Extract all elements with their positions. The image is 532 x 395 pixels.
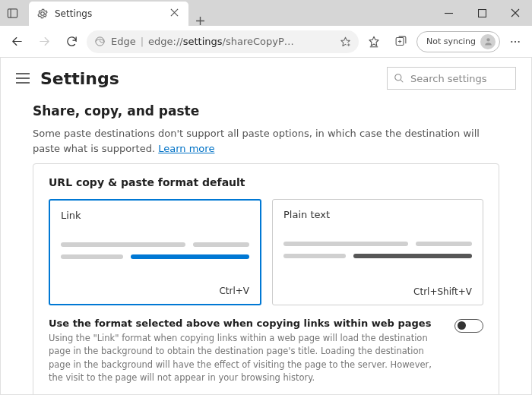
arrow-left-icon (11, 35, 24, 48)
section-title: Share, copy, and paste (33, 103, 499, 118)
preview-bars (61, 242, 249, 259)
address-prefix: Edge (111, 36, 136, 47)
copy-links-toggle[interactable] (454, 319, 483, 333)
menu-toggle-button[interactable] (16, 73, 30, 84)
minimize-icon (445, 9, 453, 17)
star-plus-icon (339, 36, 352, 49)
star-icon (367, 35, 381, 49)
back-button[interactable] (5, 30, 29, 54)
close-icon (170, 8, 179, 17)
option-label: Plain text (283, 209, 472, 220)
arrow-right-icon (38, 35, 51, 48)
ellipsis-icon (509, 36, 521, 48)
title-bar: Settings (0, 0, 532, 26)
close-window-button[interactable] (499, 0, 532, 26)
minimize-button[interactable] (432, 0, 465, 26)
menu-button[interactable] (503, 30, 527, 54)
new-tab-button[interactable] (188, 16, 211, 26)
settings-page: Settings Search settings Share, copy, an… (1, 58, 531, 394)
card-title: URL copy & paste format default (49, 176, 483, 188)
gear-icon (36, 8, 49, 20)
close-icon (511, 8, 520, 17)
maximize-icon (478, 9, 486, 17)
avatar-icon (480, 34, 496, 49)
page-header: Settings Search settings (1, 58, 531, 96)
option-shortcut: Ctrl+V (219, 286, 249, 296)
section-subtitle: Some paste destinations don't support al… (33, 126, 499, 156)
content: Share, copy, and paste Some paste destin… (1, 96, 531, 394)
tab-actions-icon (7, 8, 18, 19)
search-icon (394, 73, 404, 84)
svg-rect-0 (8, 8, 17, 17)
format-default-card: URL copy & paste format default Link Ctr… (33, 163, 499, 394)
format-options: Link Ctrl+V Plain text Ctrl+Shift+V (49, 199, 483, 305)
option-link[interactable]: Link Ctrl+V (49, 199, 261, 305)
address-url: edge://settings/shareCopyP… (148, 36, 334, 47)
favorite-button[interactable] (339, 36, 351, 48)
svg-line-13 (401, 80, 404, 83)
svg-point-11 (518, 40, 520, 42)
search-placeholder: Search settings (410, 73, 487, 84)
tab-actions-button[interactable] (0, 0, 24, 26)
learn-more-link[interactable]: Learn more (158, 143, 214, 154)
tab-strip: Settings (24, 0, 432, 26)
address-divider: | (141, 36, 144, 47)
window-controls (432, 0, 532, 26)
toggle-description: Using the "Link" format when copying lin… (49, 332, 442, 384)
browser-tab-settings[interactable]: Settings (29, 2, 188, 26)
svg-point-9 (511, 40, 512, 42)
preview-bars (283, 242, 472, 258)
copy-links-toggle-row: Use the format selected above when copyi… (49, 318, 483, 384)
tab-title: Settings (55, 8, 164, 19)
svg-point-8 (486, 38, 489, 41)
svg-point-12 (395, 74, 401, 81)
option-shortcut: Ctrl+Shift+V (413, 286, 472, 297)
plus-icon (195, 16, 205, 26)
option-plain-text[interactable]: Plain text Ctrl+Shift+V (272, 199, 483, 305)
favorites-button[interactable] (362, 30, 386, 54)
collections-button[interactable] (389, 30, 413, 54)
toggle-title: Use the format selected above when copyi… (49, 318, 442, 329)
hamburger-icon (16, 73, 30, 84)
page-title: Settings (40, 69, 376, 88)
profile-status: Not syncing (426, 36, 476, 46)
option-label: Link (61, 210, 249, 221)
collections-icon (394, 35, 407, 48)
refresh-button[interactable] (59, 30, 84, 54)
address-bar[interactable]: Edge | edge://settings/shareCopyP… (87, 30, 359, 53)
edge-logo-icon (94, 36, 106, 48)
svg-point-10 (515, 40, 516, 42)
close-tab-button[interactable] (170, 8, 181, 19)
toggle-knob (458, 321, 466, 330)
browser-toolbar: Edge | edge://settings/shareCopyP… Not s… (0, 26, 532, 58)
profile-button[interactable]: Not syncing (416, 31, 500, 52)
maximize-button[interactable] (465, 0, 499, 26)
svg-rect-3 (478, 9, 486, 17)
search-settings-input[interactable]: Search settings (387, 67, 516, 90)
forward-button (32, 30, 56, 54)
refresh-icon (65, 35, 78, 48)
